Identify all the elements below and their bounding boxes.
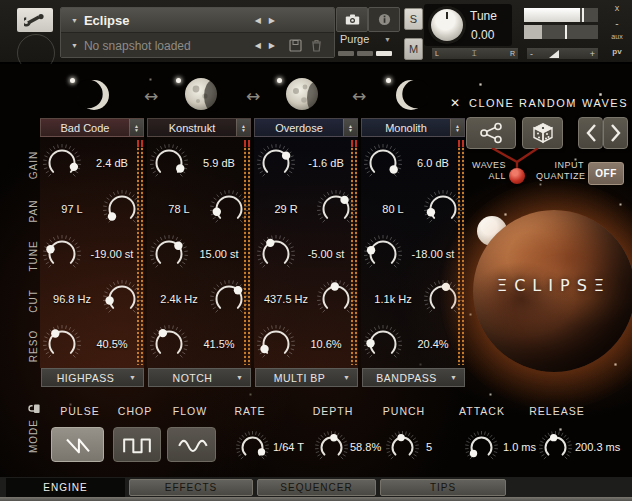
moon-phase-icon-2[interactable] (183, 76, 219, 112)
chevron-down-icon[interactable]: ▼ (384, 36, 391, 43)
prev-instrument-icon[interactable]: ◀ (251, 16, 265, 25)
chevron-down-icon[interactable]: ▼ (71, 17, 78, 24)
channel-spinner[interactable]: ▲▼ (343, 119, 357, 136)
mode-pulse-button[interactable] (51, 427, 104, 462)
tab-sequencer[interactable]: SEQUENCER (257, 479, 376, 496)
random-button[interactable] (522, 117, 563, 149)
release-knob[interactable] (538, 430, 573, 465)
filter-select-3[interactable]: MULTI BP▼ (255, 368, 358, 387)
channel-header-1[interactable]: Bad Code ▲▼ (40, 118, 144, 137)
aux-button[interactable]: aux (604, 33, 630, 40)
tune-knob[interactable] (363, 234, 403, 274)
attack-knob[interactable] (464, 430, 499, 465)
next-instrument-icon[interactable]: ▶ (265, 16, 279, 25)
filter-value: MULTI BP (256, 372, 343, 384)
pan-knob[interactable] (316, 189, 356, 229)
rail-label-cut: CUT (28, 289, 39, 313)
channel-spinner[interactable]: ▲▼ (236, 119, 250, 136)
channel-name: Overdose (255, 122, 343, 134)
next-snapshot-icon[interactable]: ▶ (265, 41, 279, 50)
channel-header-2[interactable]: Konstrukt ▲▼ (147, 118, 251, 137)
filter-value: BANDPASS (363, 372, 450, 384)
input-quantize-off-button[interactable]: OFF (588, 162, 624, 185)
mode-chop-button[interactable] (113, 427, 161, 462)
swap-icon[interactable]: ↔ (352, 86, 366, 106)
gain-knob[interactable] (363, 143, 403, 183)
channel-header-4[interactable]: Monolith ▲▼ (361, 118, 465, 137)
moon-phase-icon-1[interactable] (77, 78, 111, 112)
chevron-down-icon: ▼ (129, 374, 143, 381)
save-snapshot-icon[interactable] (289, 39, 302, 52)
spinner-down-icon[interactable]: ▼ (241, 128, 246, 132)
reso-knob[interactable] (42, 324, 82, 364)
filter-select-4[interactable]: BANDPASS▼ (362, 368, 465, 387)
cut-knob[interactable] (102, 279, 142, 319)
pan-knob[interactable] (423, 189, 463, 229)
memory-bar (357, 51, 373, 56)
filter-select-1[interactable]: HIGHPASS▼ (41, 368, 144, 387)
clone-button[interactable] (466, 117, 516, 149)
waves-prev-button[interactable] (578, 117, 603, 149)
tune-knob[interactable] (42, 234, 82, 274)
gain-knob[interactable] (42, 143, 82, 183)
delete-snapshot-icon[interactable] (311, 39, 322, 52)
close-instrument-button[interactable]: x (604, 3, 630, 13)
moon-phase-icon-3[interactable] (284, 76, 320, 112)
volume-handle[interactable] (549, 50, 559, 58)
edit-wrench-button[interactable] (17, 8, 53, 32)
tabbar-strip (0, 497, 632, 501)
rate-knob[interactable] (235, 430, 270, 465)
reso-knob[interactable] (149, 324, 189, 364)
rate-value: 1/64 T (273, 441, 304, 453)
spinner-down-icon[interactable]: ▼ (348, 128, 353, 132)
instrument-title-row[interactable]: ▼ Eclipse ◀ ▶ (61, 8, 334, 32)
cut-knob[interactable] (209, 279, 249, 319)
purge-menu[interactable]: Purge (340, 33, 369, 45)
waves-all-toggle[interactable] (509, 168, 525, 184)
channel-name: Konstrukt (148, 122, 236, 134)
channel-header-3[interactable]: Overdose ▲▼ (254, 118, 358, 137)
filter-select-2[interactable]: NOTCH▼ (148, 368, 251, 387)
reso-knob[interactable] (363, 324, 403, 364)
punch-knob[interactable] (385, 430, 420, 465)
snapshot-row[interactable]: ▼ No snapshot loaded ◀ ▶ (61, 32, 334, 58)
pan-knob[interactable] (102, 189, 142, 229)
minimize-instrument-button[interactable]: - (604, 18, 630, 29)
cut-knob[interactable] (316, 279, 356, 319)
tune-knob[interactable] (256, 234, 296, 274)
pan-slider[interactable]: L ⌶ R (432, 48, 518, 59)
wrench-icon (24, 13, 46, 27)
close-panel-icon[interactable]: ✕ (450, 96, 460, 110)
mode-flow-button[interactable] (167, 427, 216, 462)
volume-slider[interactable]: - + (527, 48, 598, 59)
channel-spinner[interactable]: ▲▼ (129, 119, 143, 136)
depth-knob[interactable] (314, 430, 349, 465)
gain-knob[interactable] (149, 143, 189, 183)
info-view-tab[interactable] (368, 7, 400, 32)
mute-button[interactable]: M (404, 38, 423, 60)
pv-button[interactable]: pv (604, 47, 630, 56)
solo-button[interactable]: S (404, 8, 423, 30)
tune-value: -19.00 st (82, 248, 142, 260)
swap-icon[interactable]: ↔ (246, 86, 260, 106)
tune-knob[interactable] (149, 234, 189, 274)
prev-snapshot-icon[interactable]: ◀ (251, 41, 265, 50)
master-tune-knob[interactable] (431, 9, 463, 41)
tab-engine[interactable]: ENGINE (6, 478, 125, 497)
unlock-icon[interactable] (28, 402, 41, 415)
tab-tips[interactable]: TIPS (380, 479, 506, 496)
tab-effects[interactable]: EFFECTS (129, 479, 253, 496)
snapshot-view-tab[interactable] (336, 7, 368, 32)
waves-next-button[interactable] (603, 117, 628, 149)
channel-spinner[interactable]: ▲▼ (450, 119, 464, 136)
reso-knob[interactable] (256, 324, 296, 364)
pan-knob[interactable] (209, 189, 249, 229)
moon-led-4 (386, 78, 391, 83)
chevron-down-icon[interactable]: ▼ (71, 42, 78, 49)
moon-phase-icon-4[interactable] (394, 78, 428, 112)
gain-knob[interactable] (256, 143, 296, 183)
spinner-down-icon[interactable]: ▼ (455, 128, 460, 132)
rate-label: RATE (234, 405, 265, 417)
swap-icon[interactable]: ↔ (144, 86, 158, 106)
spinner-down-icon[interactable]: ▼ (134, 128, 139, 132)
